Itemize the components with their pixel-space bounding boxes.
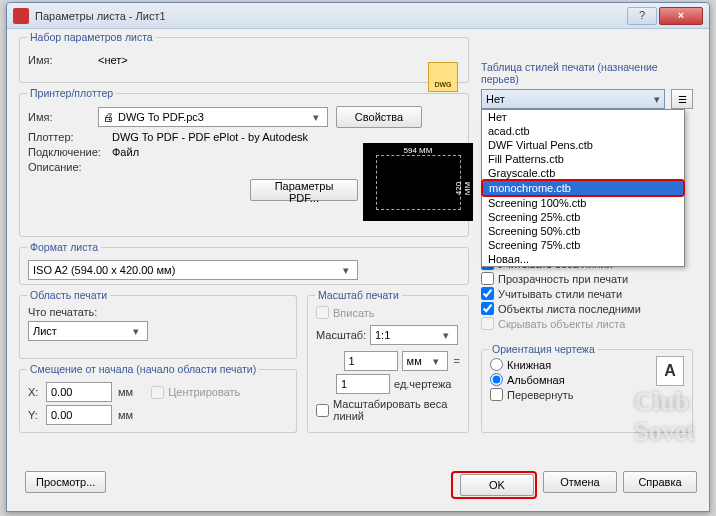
- chevron-down-icon: ▾: [339, 264, 353, 277]
- orient-flip[interactable]: Перевернуть: [490, 388, 656, 401]
- printer-type-icon: 🖨: [103, 111, 114, 123]
- page-setup-dialog: Параметры листа - Лист1 ? × Набор параме…: [6, 2, 710, 512]
- offset-group: Смещение от начала (начало области печат…: [19, 369, 297, 433]
- offset-y-unit: мм: [118, 409, 133, 421]
- scale-den-input[interactable]: [336, 374, 390, 394]
- orient-landscape[interactable]: Альбомная: [490, 373, 656, 386]
- orient-legend: Ориентация чертежа: [489, 343, 598, 355]
- offset-x-input[interactable]: [46, 382, 112, 402]
- connection-label: Подключение:: [28, 146, 112, 158]
- styletable-option[interactable]: Fill Patterns.ctb: [482, 152, 684, 166]
- styletable-option[interactable]: Screening 50%.ctb: [482, 224, 684, 238]
- dialog-content: Набор параметров листа Имя: <нет> DWG Пр…: [11, 31, 705, 507]
- chevron-down-icon: ▾: [309, 111, 323, 124]
- preview-height: 420 MM: [454, 169, 472, 196]
- dialog-footer: Просмотр... OK Отмена Справка: [19, 471, 697, 499]
- scale-combo[interactable]: 1:1▾: [370, 325, 458, 345]
- orient-group: Ориентация чертежа Книжная Альбомная Пер…: [481, 349, 693, 433]
- description-label: Описание:: [28, 161, 112, 173]
- dwg-icon: DWG: [428, 62, 458, 92]
- styletable-combo[interactable]: Нет▾: [481, 89, 665, 109]
- printer-legend: Принтер/плоттер: [27, 87, 116, 99]
- scale-group: Масштаб печати Вписать Масштаб: 1:1▾ мм▾…: [307, 295, 469, 433]
- help-button[interactable]: ?: [627, 7, 657, 25]
- styletable-option[interactable]: acad.ctb: [482, 124, 684, 138]
- chevron-down-icon: ▾: [439, 329, 453, 342]
- paper-size-combo[interactable]: ISO A2 (594.00 x 420.00 мм)▾: [28, 260, 358, 280]
- offset-x-unit: мм: [118, 386, 133, 398]
- styletable-option[interactable]: monochrome.ctb: [483, 181, 683, 195]
- paper-legend: Формат листа: [27, 241, 101, 253]
- plotter-value: DWG To PDF - PDF ePlot - by Autodesk: [112, 131, 308, 143]
- offset-y-input[interactable]: [46, 405, 112, 425]
- scale-label: Масштаб:: [316, 329, 370, 341]
- scale-weights-checkbox[interactable]: Масштабировать веса линий: [316, 398, 460, 422]
- printer-name-label: Имя:: [28, 111, 98, 123]
- area-legend: Область печати: [27, 289, 110, 301]
- fit-checkbox: Вписать: [316, 306, 460, 319]
- opt-last[interactable]: Объекты листа последними: [481, 302, 693, 315]
- scale-den-unit: ед.чертежа: [394, 378, 460, 390]
- styletable-option[interactable]: Новая...: [482, 252, 684, 266]
- styletable-edit-button[interactable]: ☰: [671, 89, 693, 109]
- styletable-section: Таблица стилей печати (назначение перьев…: [481, 61, 693, 109]
- equals-sign: =: [454, 355, 460, 367]
- opt-styles[interactable]: Учитывать стили печати: [481, 287, 693, 300]
- close-button[interactable]: ×: [659, 7, 703, 25]
- styletable-option[interactable]: Screening 75%.ctb: [482, 238, 684, 252]
- app-icon: [13, 8, 29, 24]
- scale-unit-combo[interactable]: мм▾: [402, 351, 448, 371]
- pageset-group: Набор параметров листа Имя: <нет> DWG: [19, 37, 469, 83]
- what-combo[interactable]: Лист▾: [28, 321, 148, 341]
- help-button-footer[interactable]: Справка: [623, 471, 697, 493]
- styletable-dropdown-list[interactable]: Нетacad.ctbDWF Virtual Pens.ctbFill Patt…: [481, 109, 685, 267]
- styletable-option[interactable]: Нет: [482, 110, 684, 124]
- preview-button[interactable]: Просмотр...: [25, 471, 106, 493]
- styletable-option[interactable]: Screening 25%.ctb: [482, 210, 684, 224]
- paper-group: Формат листа ISO A2 (594.00 x 420.00 мм)…: [19, 247, 469, 285]
- pageset-name-label: Имя:: [28, 54, 98, 66]
- printer-properties-button[interactable]: Свойства: [336, 106, 422, 128]
- chevron-down-icon: ▾: [129, 325, 143, 338]
- styletable-option[interactable]: Grayscale.ctb: [482, 166, 684, 180]
- scale-legend: Масштаб печати: [315, 289, 402, 301]
- styletable-legend: Таблица стилей печати (назначение перьев…: [481, 61, 693, 85]
- offset-legend: Смещение от начала (начало области печат…: [27, 363, 259, 375]
- scale-num-input[interactable]: [344, 351, 398, 371]
- pageset-name-value: <нет>: [98, 54, 128, 66]
- styletable-option[interactable]: Screening 100%.ctb: [482, 196, 684, 210]
- area-group: Область печати Что печатать: Лист▾: [19, 295, 297, 359]
- cancel-button[interactable]: Отмена: [543, 471, 617, 493]
- chevron-down-icon: ▾: [654, 93, 660, 106]
- center-checkbox: Центрировать: [151, 386, 240, 399]
- paper-preview: 594 MM 420 MM: [363, 143, 473, 221]
- connection-value: Файл: [112, 146, 139, 158]
- preview-width: 594 MM: [404, 146, 433, 155]
- opt-hide: Скрывать объекты листа: [481, 317, 693, 330]
- pdf-params-button[interactable]: Параметры PDF...: [250, 179, 358, 201]
- orient-portrait[interactable]: Книжная: [490, 358, 656, 371]
- offset-y-label: Y:: [28, 409, 46, 421]
- what-label: Что печатать:: [28, 306, 288, 318]
- opt-transparency[interactable]: Прозрачность при печати: [481, 272, 693, 285]
- styletable-option[interactable]: DWF Virtual Pens.ctb: [482, 138, 684, 152]
- ok-button[interactable]: OK: [460, 474, 534, 496]
- offset-x-label: X:: [28, 386, 46, 398]
- pageset-legend: Набор параметров листа: [27, 31, 156, 43]
- window-title: Параметры листа - Лист1: [35, 10, 625, 22]
- orientation-icon: A: [656, 356, 684, 386]
- printer-name-combo[interactable]: 🖨DWG To PDF.pc3 ▾: [98, 107, 328, 127]
- titlebar[interactable]: Параметры листа - Лист1 ? ×: [7, 3, 709, 29]
- plotter-label: Плоттер:: [28, 131, 112, 143]
